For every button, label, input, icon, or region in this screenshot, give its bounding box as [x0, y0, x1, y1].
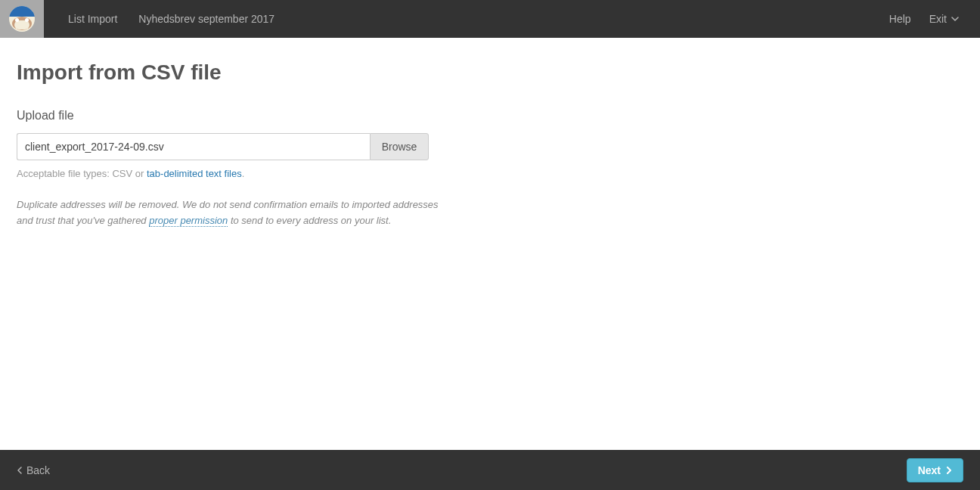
file-name-input[interactable]	[17, 133, 370, 160]
exit-label: Exit	[929, 13, 947, 25]
next-button[interactable]: Next	[907, 458, 963, 482]
footer-bar: Back Next	[0, 450, 980, 490]
back-label: Back	[26, 464, 50, 476]
disclaimer-part2: to send to every address on your list.	[228, 215, 391, 226]
main-content: Import from CSV file Upload file Browse …	[0, 38, 980, 229]
mailchimp-logo-icon	[9, 6, 35, 32]
disclaimer-text: Duplicate addresses will be removed. We …	[17, 197, 440, 229]
file-type-hint: Acceptable file types: CSV or tab-delimi…	[17, 168, 963, 179]
topbar: List Import Nyhedsbrev september 2017 He…	[0, 0, 980, 38]
hint-prefix: Acceptable file types: CSV or	[17, 168, 147, 179]
breadcrumb-list-name: Nyhedsbrev september 2017	[138, 13, 274, 25]
exit-button[interactable]: Exit	[929, 13, 959, 25]
next-label: Next	[918, 464, 941, 476]
chevron-down-icon	[951, 17, 959, 21]
chevron-left-icon	[17, 464, 22, 476]
help-link[interactable]: Help	[889, 13, 911, 25]
browse-button[interactable]: Browse	[370, 133, 429, 160]
tab-delimited-link[interactable]: tab-delimited text files	[147, 168, 242, 179]
app-logo[interactable]	[0, 0, 44, 38]
chevron-right-icon	[947, 464, 952, 476]
hint-suffix: .	[242, 168, 245, 179]
proper-permission-link[interactable]: proper permission	[149, 215, 228, 227]
page-title: Import from CSV file	[17, 60, 963, 85]
file-upload-row: Browse	[17, 133, 429, 160]
back-button[interactable]: Back	[17, 464, 50, 476]
breadcrumb-step: List Import	[68, 13, 117, 25]
upload-label: Upload file	[17, 109, 963, 122]
